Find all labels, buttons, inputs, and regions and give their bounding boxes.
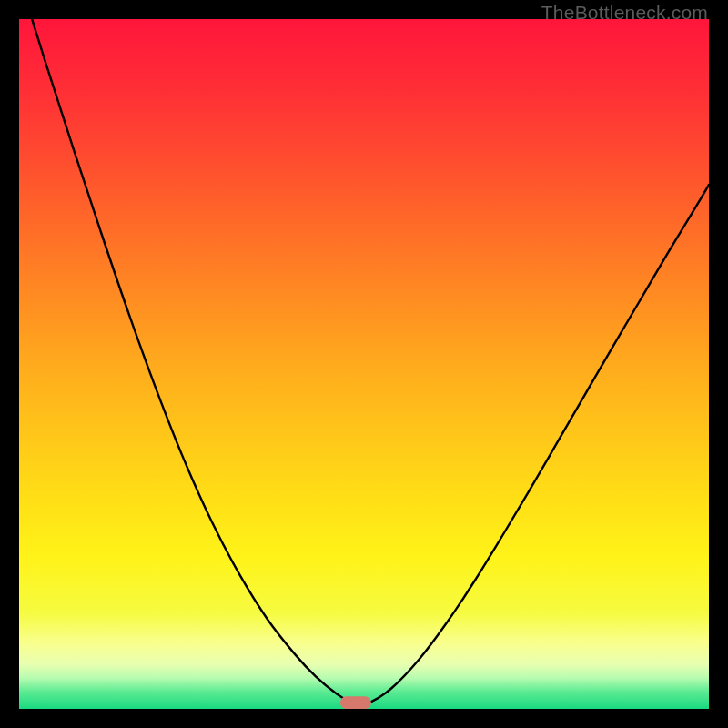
- gradient-background: [19, 19, 709, 709]
- plot-svg: [19, 19, 709, 709]
- optimum-marker: [340, 696, 371, 709]
- watermark-text: TheBottleneck.com: [541, 2, 708, 24]
- plot-area: [19, 19, 709, 709]
- chart-frame: TheBottleneck.com: [0, 0, 728, 728]
